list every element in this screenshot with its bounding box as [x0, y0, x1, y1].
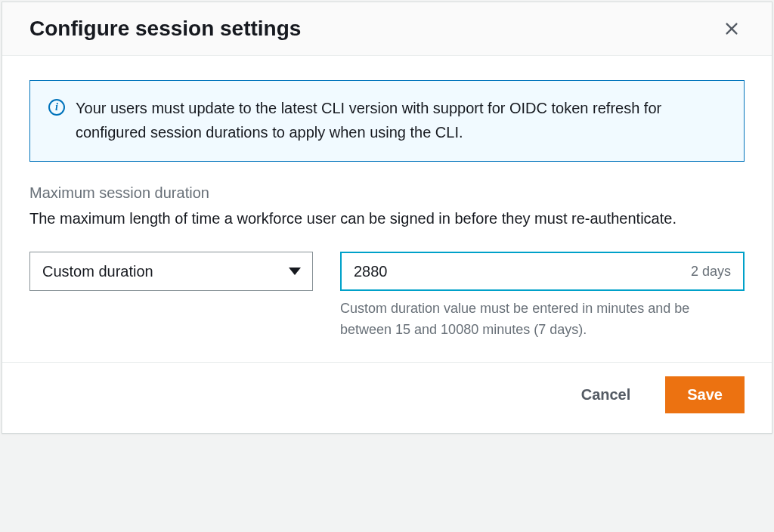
close-button[interactable]	[719, 16, 745, 42]
custom-duration-column: 2 days Custom duration value must be ent…	[340, 252, 745, 341]
duration-type-select[interactable]: Custom duration	[29, 252, 313, 291]
custom-duration-input-wrap: 2 days	[340, 252, 745, 291]
duration-input-row: Custom duration 2 days Custom duration v…	[29, 252, 745, 341]
max-session-duration-description: The maximum length of time a workforce u…	[29, 206, 745, 230]
info-banner: i Your users must update to the latest C…	[29, 80, 745, 162]
custom-duration-suffix: 2 days	[691, 264, 743, 280]
modal-header: Configure session settings	[2, 2, 772, 56]
configure-session-modal: Configure session settings i Your users …	[2, 2, 772, 434]
custom-duration-hint: Custom duration value must be entered in…	[340, 298, 745, 341]
max-session-duration-label: Maximum session duration	[29, 184, 745, 202]
cancel-button[interactable]: Cancel	[560, 377, 652, 413]
info-banner-text: Your users must update to the latest CLI…	[76, 96, 726, 144]
duration-type-select-value: Custom duration	[29, 252, 313, 291]
modal-title: Configure session settings	[29, 17, 301, 41]
info-icon: i	[48, 99, 65, 116]
modal-body: i Your users must update to the latest C…	[2, 56, 772, 362]
custom-duration-input[interactable]	[342, 253, 691, 289]
close-icon	[723, 20, 740, 37]
save-button[interactable]: Save	[665, 376, 745, 413]
modal-footer: Cancel Save	[2, 362, 772, 433]
